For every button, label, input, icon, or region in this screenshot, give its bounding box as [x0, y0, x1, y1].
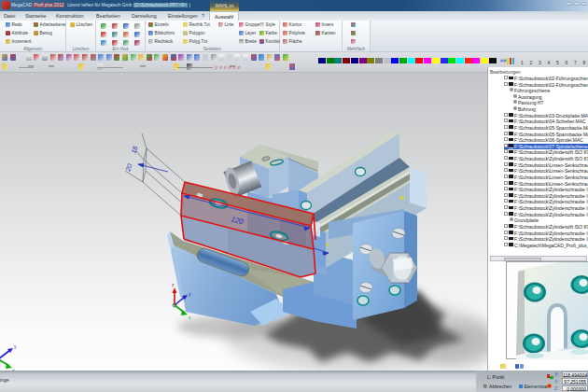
- svg-text:15: 15: [130, 146, 138, 155]
- svg-text:x: x: [189, 315, 191, 320]
- svg-text:z: z: [172, 282, 175, 287]
- svg-text:20: 20: [124, 163, 133, 174]
- svg-text:y: y: [14, 343, 17, 349]
